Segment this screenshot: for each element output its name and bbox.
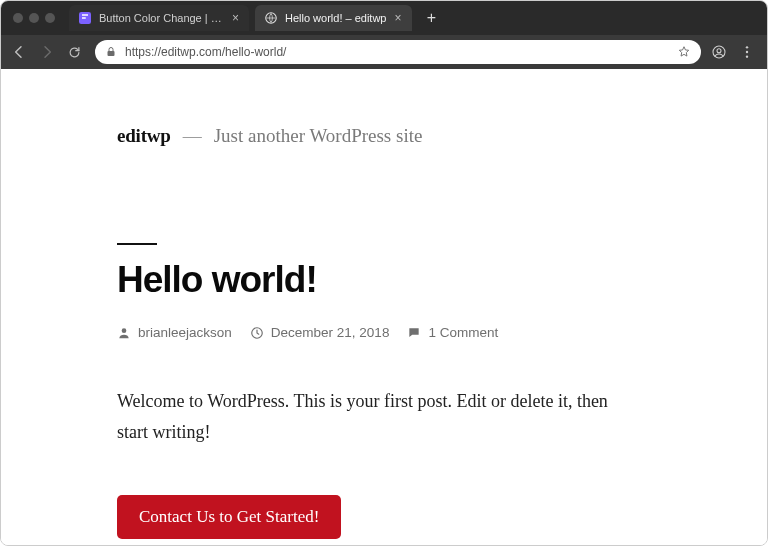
post-title: Hello world! [117, 259, 641, 301]
tab-label: Hello world! – editwp [285, 12, 387, 24]
window-controls [13, 13, 55, 23]
svg-point-9 [746, 55, 748, 57]
toolbar: https://editwp.com/hello-world/ [1, 35, 767, 69]
post-meta: brianleejackson December 21, 2018 1 Comm… [117, 325, 641, 340]
scroll-area[interactable]: editwp — Just another WordPress site Hel… [1, 69, 767, 545]
browser-window: Button Color Change | Details × Hello wo… [0, 0, 768, 546]
url-text: https://editwp.com/hello-world/ [125, 45, 669, 59]
clock-icon [250, 326, 264, 340]
svg-point-6 [717, 49, 721, 53]
window-minimize-dot[interactable] [29, 13, 39, 23]
back-button[interactable] [11, 44, 29, 60]
person-icon [117, 326, 131, 340]
comment-icon [407, 326, 421, 340]
tab-bar: Button Color Change | Details × Hello wo… [1, 1, 767, 35]
bookmark-star-icon[interactable] [677, 45, 691, 59]
forward-button[interactable] [39, 44, 57, 60]
profile-icon[interactable] [711, 44, 729, 60]
svg-point-8 [746, 51, 748, 53]
author-name: brianleejackson [138, 325, 232, 340]
site-title[interactable]: editwp [117, 125, 171, 147]
tab-inactive[interactable]: Button Color Change | Details × [69, 5, 249, 31]
post-date: December 21, 2018 [271, 325, 390, 340]
meta-comments[interactable]: 1 Comment [407, 325, 498, 340]
window-close-dot[interactable] [13, 13, 23, 23]
svg-point-10 [122, 328, 127, 333]
page-content: editwp — Just another WordPress site Hel… [1, 69, 641, 545]
close-tab-icon[interactable]: × [232, 11, 239, 25]
separator: — [183, 125, 202, 147]
lock-icon [105, 46, 117, 58]
contact-cta-button[interactable]: Contact Us to Get Started! [117, 495, 341, 539]
favicon-icon [265, 12, 277, 24]
site-header: editwp — Just another WordPress site [117, 125, 641, 147]
favicon-icon [79, 12, 91, 24]
tab-label: Button Color Change | Details [99, 12, 224, 24]
post-content: Welcome to WordPress. This is your first… [117, 386, 637, 447]
meta-date[interactable]: December 21, 2018 [250, 325, 390, 340]
svg-point-7 [746, 46, 748, 48]
meta-author[interactable]: brianleejackson [117, 325, 232, 340]
title-divider [117, 243, 157, 245]
close-tab-icon[interactable]: × [395, 11, 402, 25]
menu-icon[interactable] [739, 44, 757, 60]
viewport: editwp — Just another WordPress site Hel… [1, 69, 767, 545]
tab-active[interactable]: Hello world! – editwp × [255, 5, 412, 31]
svg-rect-4 [108, 51, 115, 56]
comments-count: 1 Comment [428, 325, 498, 340]
svg-rect-2 [82, 17, 86, 19]
svg-rect-1 [82, 14, 88, 16]
window-zoom-dot[interactable] [45, 13, 55, 23]
reload-button[interactable] [67, 45, 85, 60]
site-tagline: Just another WordPress site [214, 125, 423, 147]
address-bar[interactable]: https://editwp.com/hello-world/ [95, 40, 701, 64]
new-tab-button[interactable]: + [422, 9, 442, 27]
